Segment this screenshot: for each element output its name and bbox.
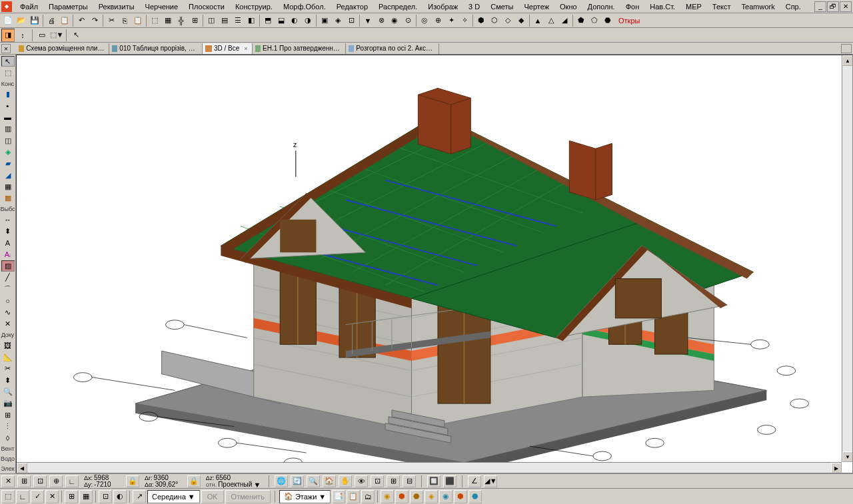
tabs-dropdown-icon[interactable]: × [1,44,11,53]
mesh-tool-icon[interactable]: ▦ [1,181,15,192]
menu-attr[interactable]: Реквизиты [93,1,140,12]
new-file-icon[interactable]: 📄 [1,14,15,27]
menu-drawing[interactable]: Чертеж [518,1,554,12]
figure-tool-icon[interactable]: 🖼 [1,340,15,351]
cut-icon[interactable]: ✂ [105,14,118,27]
snap-icon[interactable]: ⊞ [65,490,78,503]
tool-icon[interactable]: ▼ [361,14,375,27]
tool-icon[interactable]: ✧ [458,14,471,27]
tab-3d[interactable]: 3D / Все × [203,43,253,54]
tool-icon[interactable]: ▦ [161,14,175,27]
arc-tool-icon[interactable]: ⌒ [1,284,15,295]
menu-mep[interactable]: MEP [680,1,707,12]
snap-mode-icon[interactable]: ↗ [133,490,146,503]
coord-mode-icon[interactable]: ✕ [1,475,15,487]
coord-mode-icon[interactable]: ⊞ [17,475,31,487]
elev-tool-icon[interactable]: ⬍ [1,375,15,385]
view-icon[interactable]: ◉ [381,490,394,503]
tool-icon[interactable]: ◆ [514,14,528,27]
menu-text[interactable]: Текст [707,1,736,12]
tab-table[interactable]: 010 Таблиця прорізів, ніш і б... [109,43,203,54]
scroll-right-icon[interactable]: ▶ [831,463,842,473]
coord-mode-icon[interactable]: ⊡ [33,475,47,487]
tool-icon[interactable]: ⊗ [375,14,388,27]
section-tool-icon[interactable]: ✂ [1,364,15,374]
view-icon[interactable]: ◈ [425,490,438,503]
tool-icon[interactable]: △ [544,14,558,27]
menu-help[interactable]: Спр. [780,1,806,12]
nav-icon[interactable]: 🏠 [323,475,336,487]
tool-icon[interactable]: ◧ [245,14,258,27]
tool-icon[interactable]: ◑ [301,14,315,27]
open-text-button[interactable]: Откры [614,14,644,27]
tool-icon[interactable]: ⬚ [148,14,161,27]
camera-tool-icon[interactable]: 📷 [1,398,15,409]
tool-icon[interactable]: ◢ [558,14,571,27]
nav-icon[interactable]: 🔄 [291,475,304,487]
tool-icon[interactable]: ☰ [231,14,245,27]
view-icon[interactable]: ⬢ [395,490,409,503]
line-tool-icon[interactable]: ╱ [1,272,15,283]
more-tool-icon[interactable]: ◊ [1,433,15,443]
text-tool-icon[interactable]: A [1,238,15,248]
restore-button[interactable]: 🗗 [827,1,839,12]
snap-icon[interactable]: ⊡ [99,490,112,503]
nav-icon[interactable]: 🔍 [307,475,320,487]
menu-image[interactable]: Изображ [423,1,463,12]
menu-construct[interactable]: Конструир. [230,1,278,12]
menu-addon[interactable]: Дополн. [582,1,620,12]
window-tool-icon[interactable]: ▥ [1,124,15,134]
nav-icon[interactable]: 👁 [355,475,368,487]
door-tool-icon[interactable]: ◫ [1,135,15,146]
tool-icon[interactable]: ▤ [218,14,231,27]
menu-editor[interactable]: Редактор [331,1,373,12]
tool-icon[interactable]: ◫ [205,14,218,27]
roof-tool-icon[interactable]: ◢ [1,170,15,180]
tool-icon[interactable]: ◈ [331,14,345,27]
open-file-icon[interactable]: 📂 [15,14,28,27]
tool-icon[interactable]: ⬡ [488,14,501,27]
tool-icon[interactable]: ⬒ [261,14,275,27]
snap-icon[interactable]: ✓ [31,490,44,503]
nav-icon[interactable]: ∠ [468,475,481,487]
layer-icon[interactable]: 📋 [347,490,360,503]
tool-icon[interactable]: ⬢ [474,14,488,27]
tool-icon[interactable]: ⬓ [275,14,288,27]
snap-icon[interactable]: ✕ [45,490,59,503]
menu-background[interactable]: Фон [620,1,645,12]
snap-icon[interactable]: ▦ [79,490,93,503]
fill-tool-icon[interactable]: ▨ [1,260,15,271]
spline-tool-icon[interactable]: ∿ [1,307,15,318]
tab-doc[interactable]: ЕН.1 Про затвердження Пор... [253,43,346,54]
view-icon[interactable]: ⬢ [454,490,467,503]
menu-draft[interactable]: Черчение [140,1,184,12]
save-icon[interactable]: 💾 [28,14,41,27]
ok-button[interactable]: OK [201,490,224,503]
menu-planes[interactable]: Плоскости [183,1,230,12]
snap-icon[interactable]: ⬚ [1,490,15,503]
tool-icon[interactable]: ⬠ [588,14,601,27]
menu-file[interactable]: Файл [15,1,43,12]
copy-icon[interactable]: ⎘ [118,14,131,27]
menu-3d[interactable]: 3 D [463,1,485,12]
tool-icon[interactable]: ⊙ [401,14,415,27]
detail-tool-icon[interactable]: 🔍 [1,386,15,397]
label-tool-icon[interactable]: Aᵢ [1,249,15,260]
snap-mode-select[interactable]: Середина ▼ [147,490,200,503]
mode-icon[interactable]: ⬚▼ [50,29,63,42]
3d-viewport[interactable]: z ▲ ▼ ◀ [16,55,853,473]
tool-icon[interactable]: ⬣ [601,14,614,27]
menu-distrib[interactable]: Распредел. [373,1,423,12]
tool-icon[interactable]: ◎ [418,14,431,27]
tool-icon[interactable]: ✦ [444,14,458,27]
tool-icon[interactable]: ╬ [175,14,188,27]
marquee-tool-icon[interactable]: ⬚ [1,67,15,78]
arrow-tool-icon[interactable]: ↖ [1,56,15,67]
view-icon[interactable]: ⬣ [468,490,482,503]
scroll-down-icon[interactable]: ▼ [842,451,853,462]
tool-icon[interactable]: ▣ [318,14,331,27]
view-icon[interactable]: ⬣ [410,490,423,503]
vertical-scrollbar[interactable]: ▲ ▼ [842,55,852,462]
level-tool-icon[interactable]: ⬍ [1,226,15,236]
mode-icon[interactable]: ↕ [16,29,29,42]
